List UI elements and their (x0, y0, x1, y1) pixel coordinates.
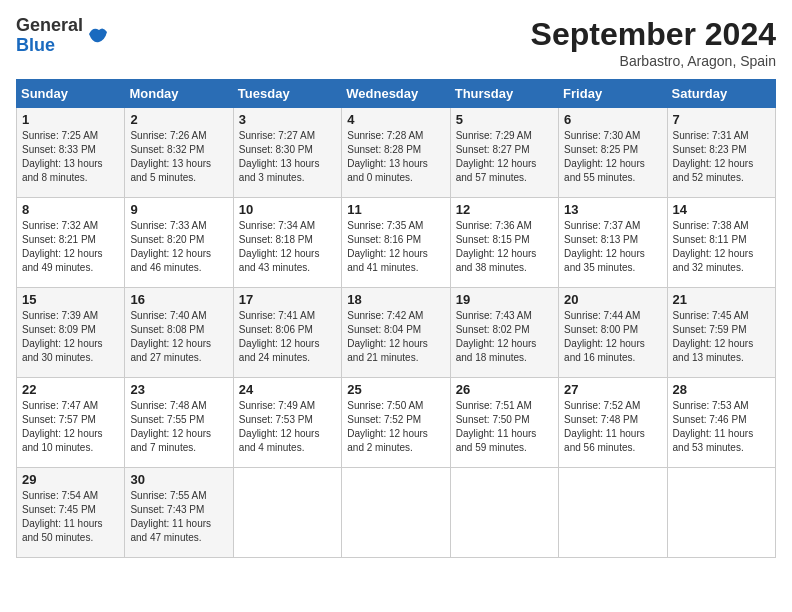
calendar-cell: 6 Sunrise: 7:30 AM Sunset: 8:25 PM Dayli… (559, 108, 667, 198)
calendar-cell: 3 Sunrise: 7:27 AM Sunset: 8:30 PM Dayli… (233, 108, 341, 198)
day-number: 1 (22, 112, 119, 127)
sunset-label: Sunset: 8:27 PM (456, 144, 530, 155)
calendar-cell: 11 Sunrise: 7:35 AM Sunset: 8:16 PM Dayl… (342, 198, 450, 288)
daylight-label: Daylight: 12 hours and 27 minutes. (130, 338, 211, 363)
calendar-cell (233, 468, 341, 558)
daylight-label: Daylight: 12 hours and 32 minutes. (673, 248, 754, 273)
day-info: Sunrise: 7:45 AM Sunset: 7:59 PM Dayligh… (673, 309, 770, 365)
day-info: Sunrise: 7:41 AM Sunset: 8:06 PM Dayligh… (239, 309, 336, 365)
daylight-label: Daylight: 12 hours and 16 minutes. (564, 338, 645, 363)
sunrise-label: Sunrise: 7:52 AM (564, 400, 640, 411)
daylight-label: Daylight: 12 hours and 2 minutes. (347, 428, 428, 453)
sunrise-label: Sunrise: 7:32 AM (22, 220, 98, 231)
calendar-cell: 5 Sunrise: 7:29 AM Sunset: 8:27 PM Dayli… (450, 108, 558, 198)
day-number: 16 (130, 292, 227, 307)
sunrise-label: Sunrise: 7:55 AM (130, 490, 206, 501)
day-number: 6 (564, 112, 661, 127)
daylight-label: Daylight: 12 hours and 57 minutes. (456, 158, 537, 183)
day-number: 28 (673, 382, 770, 397)
sunrise-label: Sunrise: 7:42 AM (347, 310, 423, 321)
day-info: Sunrise: 7:44 AM Sunset: 8:00 PM Dayligh… (564, 309, 661, 365)
sunset-label: Sunset: 8:23 PM (673, 144, 747, 155)
logo-text: General Blue (16, 16, 83, 56)
calendar-cell: 30 Sunrise: 7:55 AM Sunset: 7:43 PM Dayl… (125, 468, 233, 558)
day-number: 17 (239, 292, 336, 307)
sunrise-label: Sunrise: 7:50 AM (347, 400, 423, 411)
day-number: 12 (456, 202, 553, 217)
sunrise-label: Sunrise: 7:40 AM (130, 310, 206, 321)
calendar-cell: 24 Sunrise: 7:49 AM Sunset: 7:53 PM Dayl… (233, 378, 341, 468)
day-number: 30 (130, 472, 227, 487)
sunrise-label: Sunrise: 7:41 AM (239, 310, 315, 321)
daylight-label: Daylight: 12 hours and 13 minutes. (673, 338, 754, 363)
day-number: 29 (22, 472, 119, 487)
calendar-cell (450, 468, 558, 558)
calendar-cell: 15 Sunrise: 7:39 AM Sunset: 8:09 PM Dayl… (17, 288, 125, 378)
sunset-label: Sunset: 8:18 PM (239, 234, 313, 245)
sunrise-label: Sunrise: 7:37 AM (564, 220, 640, 231)
day-info: Sunrise: 7:36 AM Sunset: 8:15 PM Dayligh… (456, 219, 553, 275)
sunrise-label: Sunrise: 7:38 AM (673, 220, 749, 231)
sunset-label: Sunset: 8:00 PM (564, 324, 638, 335)
sunrise-label: Sunrise: 7:54 AM (22, 490, 98, 501)
logo-line1: General (16, 16, 83, 36)
sunset-label: Sunset: 8:33 PM (22, 144, 96, 155)
day-number: 24 (239, 382, 336, 397)
sunset-label: Sunset: 8:04 PM (347, 324, 421, 335)
sunset-label: Sunset: 8:08 PM (130, 324, 204, 335)
day-info: Sunrise: 7:34 AM Sunset: 8:18 PM Dayligh… (239, 219, 336, 275)
day-number: 25 (347, 382, 444, 397)
day-info: Sunrise: 7:47 AM Sunset: 7:57 PM Dayligh… (22, 399, 119, 455)
daylight-label: Daylight: 12 hours and 43 minutes. (239, 248, 320, 273)
calendar-cell: 28 Sunrise: 7:53 AM Sunset: 7:46 PM Dayl… (667, 378, 775, 468)
weekday-header-monday: Monday (125, 80, 233, 108)
day-number: 5 (456, 112, 553, 127)
sunset-label: Sunset: 8:16 PM (347, 234, 421, 245)
calendar-cell: 22 Sunrise: 7:47 AM Sunset: 7:57 PM Dayl… (17, 378, 125, 468)
day-info: Sunrise: 7:55 AM Sunset: 7:43 PM Dayligh… (130, 489, 227, 545)
day-info: Sunrise: 7:53 AM Sunset: 7:46 PM Dayligh… (673, 399, 770, 455)
calendar-week-4: 22 Sunrise: 7:47 AM Sunset: 7:57 PM Dayl… (17, 378, 776, 468)
sunrise-label: Sunrise: 7:39 AM (22, 310, 98, 321)
daylight-label: Daylight: 12 hours and 35 minutes. (564, 248, 645, 273)
daylight-label: Daylight: 12 hours and 41 minutes. (347, 248, 428, 273)
day-info: Sunrise: 7:52 AM Sunset: 7:48 PM Dayligh… (564, 399, 661, 455)
daylight-label: Daylight: 11 hours and 47 minutes. (130, 518, 211, 543)
day-number: 14 (673, 202, 770, 217)
calendar-cell: 13 Sunrise: 7:37 AM Sunset: 8:13 PM Dayl… (559, 198, 667, 288)
sunset-label: Sunset: 7:46 PM (673, 414, 747, 425)
day-number: 4 (347, 112, 444, 127)
day-info: Sunrise: 7:37 AM Sunset: 8:13 PM Dayligh… (564, 219, 661, 275)
sunset-label: Sunset: 8:11 PM (673, 234, 747, 245)
sunset-label: Sunset: 8:20 PM (130, 234, 204, 245)
logo-icon (85, 22, 109, 46)
daylight-label: Daylight: 13 hours and 3 minutes. (239, 158, 320, 183)
day-number: 11 (347, 202, 444, 217)
daylight-label: Daylight: 12 hours and 46 minutes. (130, 248, 211, 273)
day-info: Sunrise: 7:54 AM Sunset: 7:45 PM Dayligh… (22, 489, 119, 545)
sunrise-label: Sunrise: 7:47 AM (22, 400, 98, 411)
day-number: 2 (130, 112, 227, 127)
calendar-week-3: 15 Sunrise: 7:39 AM Sunset: 8:09 PM Dayl… (17, 288, 776, 378)
day-info: Sunrise: 7:30 AM Sunset: 8:25 PM Dayligh… (564, 129, 661, 185)
calendar-cell: 18 Sunrise: 7:42 AM Sunset: 8:04 PM Dayl… (342, 288, 450, 378)
daylight-label: Daylight: 12 hours and 49 minutes. (22, 248, 103, 273)
sunrise-label: Sunrise: 7:34 AM (239, 220, 315, 231)
sunrise-label: Sunrise: 7:31 AM (673, 130, 749, 141)
day-number: 26 (456, 382, 553, 397)
day-number: 21 (673, 292, 770, 307)
calendar-cell: 9 Sunrise: 7:33 AM Sunset: 8:20 PM Dayli… (125, 198, 233, 288)
day-info: Sunrise: 7:42 AM Sunset: 8:04 PM Dayligh… (347, 309, 444, 365)
calendar-week-1: 1 Sunrise: 7:25 AM Sunset: 8:33 PM Dayli… (17, 108, 776, 198)
daylight-label: Daylight: 11 hours and 53 minutes. (673, 428, 754, 453)
calendar-cell: 7 Sunrise: 7:31 AM Sunset: 8:23 PM Dayli… (667, 108, 775, 198)
weekday-header-friday: Friday (559, 80, 667, 108)
daylight-label: Daylight: 13 hours and 5 minutes. (130, 158, 211, 183)
daylight-label: Daylight: 12 hours and 52 minutes. (673, 158, 754, 183)
sunrise-label: Sunrise: 7:35 AM (347, 220, 423, 231)
daylight-label: Daylight: 12 hours and 4 minutes. (239, 428, 320, 453)
day-number: 10 (239, 202, 336, 217)
sunrise-label: Sunrise: 7:51 AM (456, 400, 532, 411)
sunrise-label: Sunrise: 7:48 AM (130, 400, 206, 411)
location: Barbastro, Aragon, Spain (531, 53, 776, 69)
